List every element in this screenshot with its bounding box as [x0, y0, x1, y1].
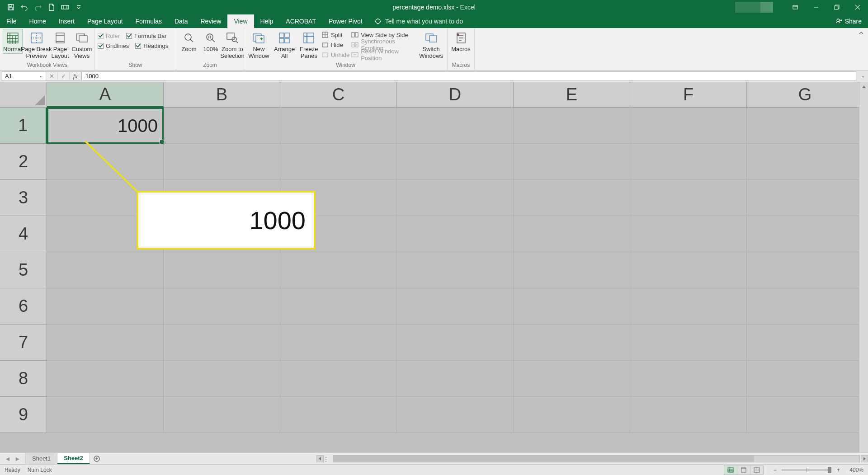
column-header[interactable]: A [47, 82, 164, 108]
row-header[interactable]: 8 [0, 361, 47, 397]
cell-D6[interactable] [397, 288, 514, 325]
insert-function-icon[interactable]: fx [70, 73, 81, 80]
column-header[interactable]: D [397, 82, 514, 108]
cell-F3[interactable] [630, 180, 747, 216]
cell-D8[interactable] [397, 361, 514, 397]
cell-D5[interactable] [397, 252, 514, 288]
cell-G9[interactable] [747, 397, 863, 433]
cell-F1[interactable] [630, 108, 747, 144]
cell-B5[interactable] [164, 252, 280, 288]
row-header[interactable]: 1 [0, 108, 47, 144]
cell-A8[interactable] [47, 361, 164, 397]
zoom-slider[interactable]: − + [771, 466, 842, 474]
row-header[interactable]: 5 [0, 252, 47, 288]
switch-windows-button[interactable]: Switch Windows [418, 29, 444, 61]
column-header[interactable]: F [630, 82, 747, 108]
cell-D7[interactable] [397, 325, 514, 361]
minimize-icon[interactable] [806, 0, 826, 14]
cell-A9[interactable] [47, 397, 164, 433]
cell-G4[interactable] [747, 216, 863, 252]
arrange-all-button[interactable]: Arrange All [273, 29, 297, 61]
cell-F5[interactable] [630, 252, 747, 288]
tell-me[interactable]: Tell me what you want to do [374, 14, 463, 28]
account-box[interactable] [735, 2, 773, 13]
cell-G6[interactable] [747, 288, 863, 325]
cell-E1[interactable] [514, 108, 630, 144]
view-page-break-icon[interactable] [750, 466, 764, 475]
tab-data[interactable]: Data [168, 14, 194, 28]
expand-formula-bar-icon[interactable] [858, 71, 868, 82]
cell-D4[interactable] [397, 216, 514, 252]
cell-G5[interactable] [747, 252, 863, 288]
zoom-in-icon[interactable]: + [834, 466, 842, 474]
cell-G1[interactable] [747, 108, 863, 144]
cell-A6[interactable] [47, 288, 164, 325]
zoom-out-icon[interactable]: − [771, 466, 779, 474]
cell-E7[interactable] [514, 325, 630, 361]
cell-B9[interactable] [164, 397, 280, 433]
cell-E2[interactable] [514, 144, 630, 180]
cell-A1[interactable]: 1000 [47, 108, 164, 144]
view-page-layout-icon[interactable] [737, 466, 750, 475]
cell-F2[interactable] [630, 144, 747, 180]
zoom-level[interactable]: 400% [849, 467, 863, 473]
add-sheet-button[interactable] [90, 453, 104, 464]
row-header[interactable]: 6 [0, 288, 47, 325]
headings-checkbox[interactable]: Headings [135, 41, 168, 51]
tab-review[interactable]: Review [194, 14, 228, 28]
cell-B6[interactable] [164, 288, 280, 325]
tab-power-pivot[interactable]: Power Pivot [322, 14, 369, 28]
cell-F7[interactable] [630, 325, 747, 361]
cell-B8[interactable] [164, 361, 280, 397]
new-file-icon[interactable] [47, 3, 56, 12]
tab-formulas[interactable]: Formulas [129, 14, 168, 28]
tab-view[interactable]: View [227, 14, 254, 28]
cell-E6[interactable] [514, 288, 630, 325]
view-normal-icon[interactable] [724, 466, 737, 475]
row-header[interactable]: 7 [0, 325, 47, 361]
cell-C1[interactable] [280, 108, 397, 144]
scroll-left-icon[interactable] [316, 455, 324, 462]
tab-insert[interactable]: Insert [52, 14, 81, 28]
cell-B1[interactable] [164, 108, 280, 144]
split-button[interactable]: Split [321, 30, 349, 40]
collapse-ribbon-icon[interactable] [858, 30, 864, 36]
new-window-button[interactable]: New Window [247, 29, 271, 61]
qat-customize-icon[interactable] [74, 3, 83, 12]
row-header[interactable]: 9 [0, 397, 47, 433]
cell-F4[interactable] [630, 216, 747, 252]
column-header[interactable]: E [514, 82, 630, 108]
row-header[interactable]: 2 [0, 144, 47, 180]
tab-acrobat[interactable]: ACROBAT [279, 14, 322, 28]
formula-input[interactable]: 1000 [82, 71, 856, 81]
cell-A7[interactable] [47, 325, 164, 361]
undo-icon[interactable] [20, 3, 29, 12]
cell-E9[interactable] [514, 397, 630, 433]
cell-E4[interactable] [514, 216, 630, 252]
macros-button[interactable]: Macros [450, 29, 472, 54]
cell-B2[interactable] [164, 144, 280, 180]
horizontal-scrollbar[interactable]: ⋮ [104, 453, 868, 464]
name-box[interactable]: A1 [2, 71, 46, 81]
tab-help[interactable]: Help [254, 14, 280, 28]
cell-E5[interactable] [514, 252, 630, 288]
tab-file[interactable]: File [0, 14, 23, 28]
cell-F8[interactable] [630, 361, 747, 397]
cell-D3[interactable] [397, 180, 514, 216]
cell-D2[interactable] [397, 144, 514, 180]
save-icon[interactable] [6, 3, 15, 12]
sheet-prev-icon[interactable]: ◄ [4, 455, 12, 463]
scroll-up-icon[interactable] [859, 82, 868, 91]
normal-view-button[interactable]: Normal [3, 29, 23, 54]
cell-A5[interactable] [47, 252, 164, 288]
page-layout-button[interactable]: Page Layout [50, 29, 70, 61]
zoom-track[interactable] [782, 469, 831, 471]
vertical-scrollbar[interactable] [859, 82, 868, 452]
maximize-icon[interactable] [826, 0, 847, 14]
tab-page-layout[interactable]: Page Layout [81, 14, 129, 28]
cell-C9[interactable] [280, 397, 397, 433]
cell-F6[interactable] [630, 288, 747, 325]
row-header[interactable]: 3 [0, 180, 47, 216]
cell-E8[interactable] [514, 361, 630, 397]
cell-G8[interactable] [747, 361, 863, 397]
